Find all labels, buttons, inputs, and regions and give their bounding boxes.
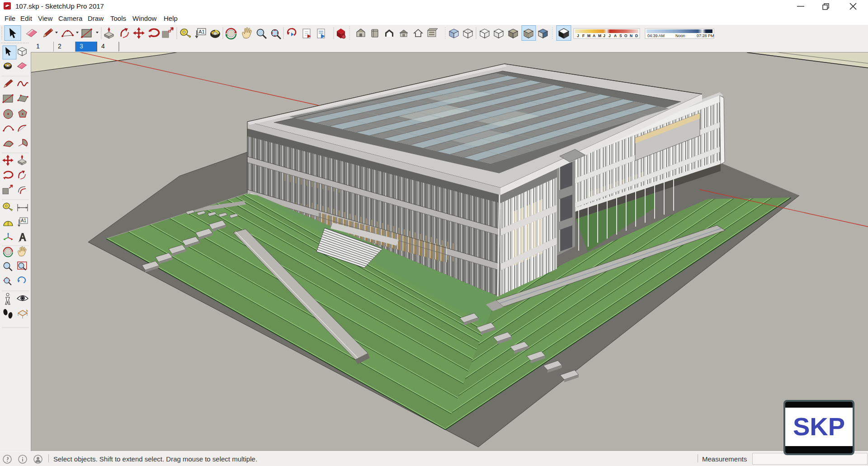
svg-text:O: O <box>624 33 627 38</box>
svg-text:M: M <box>587 33 590 38</box>
svg-text:J: J <box>577 33 579 38</box>
svg-text:A1: A1 <box>198 29 204 34</box>
svg-text:S: S <box>619 33 622 38</box>
svg-text:J: J <box>609 33 611 38</box>
svg-text:Noon: Noon <box>675 33 685 38</box>
svg-text:A1: A1 <box>21 218 27 223</box>
svg-text:A: A <box>614 33 617 38</box>
svg-text:A: A <box>593 33 595 38</box>
svg-text:J: J <box>603 33 605 38</box>
svg-text:M: M <box>598 33 601 38</box>
svg-text:D: D <box>635 33 638 38</box>
svg-text:07:28 PM: 07:28 PM <box>697 33 714 38</box>
svg-text:N: N <box>630 33 632 38</box>
svg-text:F: F <box>582 33 585 38</box>
svg-text:04:39 AM: 04:39 AM <box>647 33 665 38</box>
